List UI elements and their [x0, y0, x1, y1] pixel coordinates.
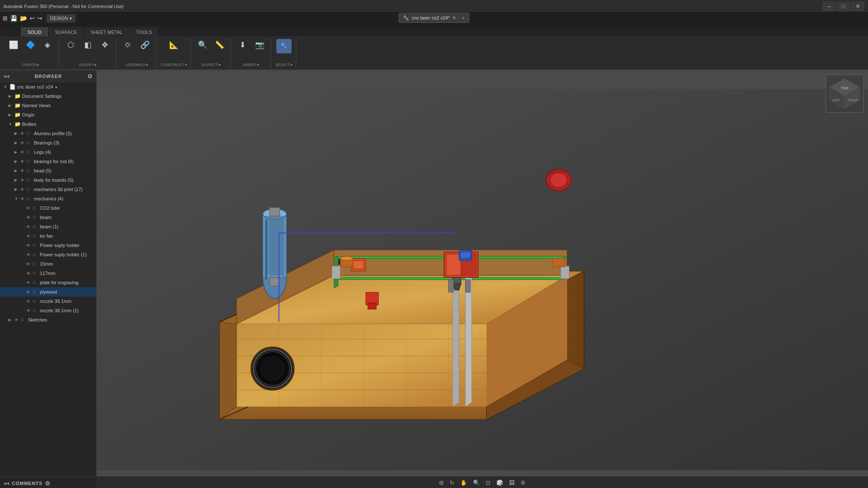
tree-item-doc-settings[interactable]: ▶ 📁 Document Settings: [0, 92, 96, 101]
tab-solid[interactable]: SOLID: [21, 28, 48, 36]
doc-tab-close-button[interactable]: ✕: [452, 15, 456, 21]
tree-item-beam[interactable]: 👁 □ beam: [0, 213, 96, 222]
tree-item-mechanics-3d[interactable]: ▶ 👁 □ mechanics 3d print (17): [0, 185, 96, 194]
svg-text:FRONT: FRONT: [848, 99, 859, 102]
insert-label[interactable]: INSERT ▾: [243, 63, 259, 67]
tree-item-co2tube[interactable]: 👁 □ CO2 tube: [0, 203, 96, 213]
tree-item-named-views[interactable]: ▶ 📁 Named Views: [0, 101, 96, 110]
mechanics-3d-visibility-icon[interactable]: 👁: [20, 187, 26, 192]
tree-item-bearings-rod[interactable]: ▶ 👁 □ bearings for rod (8): [0, 157, 96, 166]
joint-origin-button[interactable]: 🔗: [137, 39, 153, 52]
plane-button[interactable]: 📐: [166, 39, 181, 52]
measure-button[interactable]: 🔍: [195, 39, 210, 52]
beam-visibility-icon[interactable]: 👁: [26, 215, 32, 220]
press-pull-button[interactable]: ⬡: [63, 39, 78, 52]
doc-tab-plus-button[interactable]: +: [462, 15, 465, 20]
select-label[interactable]: SELECT ▾: [275, 63, 292, 67]
browser-settings-icon[interactable]: ⚙: [87, 73, 93, 80]
bearings-visibility-icon[interactable]: 👁: [20, 141, 26, 145]
save-icon[interactable]: 💾: [10, 15, 17, 22]
legs-visibility-icon[interactable]: 👁: [20, 150, 26, 155]
power-suply1-visibility-icon[interactable]: 👁: [26, 252, 32, 257]
tree-item-body-boards[interactable]: ▶ 👁 □ body for boards (5): [0, 175, 96, 185]
close-button[interactable]: ✕: [851, 2, 865, 11]
tree-item-sketches[interactable]: ▶ 👁 □ Sketches: [0, 315, 96, 324]
power-suply-visibility-icon[interactable]: 👁: [26, 243, 32, 248]
move-button[interactable]: ✥: [97, 39, 112, 52]
comments-settings-icon[interactable]: ⚙: [45, 480, 50, 487]
tree-item-117mm[interactable]: 👁 □ 117mm: [0, 269, 96, 278]
extrude-button[interactable]: 🔷: [23, 39, 38, 52]
display-settings-button[interactable]: ⚙: [519, 479, 527, 487]
tab-sheet-metal[interactable]: SHEET METAL: [84, 28, 129, 36]
inspect-label[interactable]: INSPECT ▾: [201, 63, 220, 67]
nozzle-visibility-icon[interactable]: 👁: [26, 299, 32, 304]
construct-label[interactable]: CONSTRUCT ▾: [161, 63, 187, 67]
maximize-button[interactable]: □: [837, 2, 850, 11]
tor-fan-visibility-icon[interactable]: 👁: [26, 234, 32, 238]
insert-svg-button[interactable]: ⬇: [235, 39, 250, 52]
tree-item-plate-engr[interactable]: 👁 □ plate for engraving: [0, 278, 96, 287]
minimize-button[interactable]: ─: [822, 2, 836, 11]
select-button[interactable]: ↖: [276, 39, 292, 53]
sketches-visibility-icon[interactable]: 👁: [14, 318, 20, 322]
fit-button[interactable]: ⊡: [484, 479, 492, 487]
create-label[interactable]: CREATE ▾: [22, 63, 39, 67]
tree-item-nozzle1[interactable]: 👁 □ nozzle 38.1mm (1): [0, 306, 96, 315]
tree-item-bodies[interactable]: ▼ 📁 Bodies: [0, 119, 96, 129]
tree-item-15mm[interactable]: 👁 □ 15mm: [0, 259, 96, 269]
render-style-button[interactable]: 🖼: [507, 479, 516, 487]
joint-button[interactable]: ⛭: [120, 39, 136, 52]
canvas-button[interactable]: 📷: [252, 39, 267, 52]
tab-tools[interactable]: TOOLS: [130, 28, 158, 36]
tree-item-beam1[interactable]: 👁 □ beam (1): [0, 222, 96, 231]
assemble-label[interactable]: ASSEMBLE ▾: [125, 63, 148, 67]
aluminu-visibility-icon[interactable]: 👁: [20, 131, 26, 136]
tab-surface[interactable]: SURFACE: [49, 28, 83, 36]
bearings-rod-visibility-icon[interactable]: 👁: [20, 159, 26, 164]
tree-item-root[interactable]: ▼ 📄 cnc laser co2 v24 ●: [0, 82, 96, 92]
15mm-visibility-icon[interactable]: 👁: [26, 262, 32, 266]
section-analysis-button[interactable]: 📏: [212, 39, 227, 52]
tree-item-nozzle[interactable]: 👁 □ nozzle 38.1mm: [0, 297, 96, 306]
tree-item-power-suply1[interactable]: 👁 □ Power suply holder (1): [0, 250, 96, 259]
undo-icon[interactable]: ↩: [30, 15, 35, 22]
modify-label[interactable]: MODIFY ▾: [79, 63, 96, 67]
grid-icon[interactable]: ⊞: [3, 15, 8, 22]
view-cube-button[interactable]: 🎲: [495, 479, 505, 487]
viewcube[interactable]: TOP LEFT FRONT: [826, 75, 864, 113]
grid-display-button[interactable]: ⊞: [437, 479, 445, 487]
beam-body-icon: □: [33, 215, 39, 219]
plywood-visibility-icon[interactable]: 👁: [26, 290, 32, 294]
body-boards-visibility-icon[interactable]: 👁: [20, 178, 26, 183]
tree-item-power-suply[interactable]: 👁 □ Power suply holder: [0, 241, 96, 250]
tree-item-legs[interactable]: ▶ 👁 □ Legs (4): [0, 147, 96, 157]
co2tube-visibility-icon[interactable]: 👁: [26, 206, 32, 211]
pan-button[interactable]: ✋: [459, 479, 469, 487]
tree-item-head[interactable]: ▶ 👁 □ head (5): [0, 166, 96, 175]
document-tab[interactable]: 🔧 cnc laser co2 v24* ✕ +: [398, 13, 469, 23]
head-visibility-icon[interactable]: 👁: [20, 169, 26, 173]
browser-collapse-icon[interactable]: ◀◀: [3, 74, 9, 78]
design-dropdown[interactable]: DESIGN ▾: [47, 14, 75, 22]
tree-item-bearings[interactable]: ▶ 👁 □ Bearings (3): [0, 138, 96, 147]
tree-item-plywood[interactable]: 👁 □ plywood: [0, 287, 96, 297]
comments-collapse-icon[interactable]: ◀◀: [3, 481, 9, 485]
orbit-button[interactable]: ↻: [448, 479, 456, 487]
beam1-visibility-icon[interactable]: 👁: [26, 225, 32, 229]
mechanics-visibility-icon[interactable]: 👁: [20, 197, 26, 201]
zoom-button[interactable]: 🔍: [471, 479, 481, 487]
plate-engr-visibility-icon[interactable]: 👁: [26, 280, 32, 285]
redo-icon[interactable]: ↪: [37, 15, 42, 22]
tree-item-origin[interactable]: ▶ 📁 Origin: [0, 110, 96, 119]
revolve-button[interactable]: ◈: [40, 39, 55, 52]
tree-item-mechanics[interactable]: ▼ 👁 □ mechanics (4): [0, 194, 96, 203]
117mm-visibility-icon[interactable]: 👁: [26, 271, 32, 276]
viewport[interactable]: TOP LEFT FRONT ⊞ ↻ ✋ 🔍 ⊡ 🎲 🖼 ⚙: [97, 70, 868, 488]
nozzle1-visibility-icon[interactable]: 👁: [26, 308, 32, 313]
fillet-button[interactable]: ◧: [80, 39, 95, 52]
folder-icon[interactable]: 📂: [20, 15, 27, 22]
tree-item-aluminu[interactable]: ▶ 👁 □ Aluminu profile (5): [0, 129, 96, 138]
new-component-button[interactable]: ⬜: [6, 39, 21, 52]
tree-item-tor-fan[interactable]: 👁 □ tor fan: [0, 231, 96, 241]
